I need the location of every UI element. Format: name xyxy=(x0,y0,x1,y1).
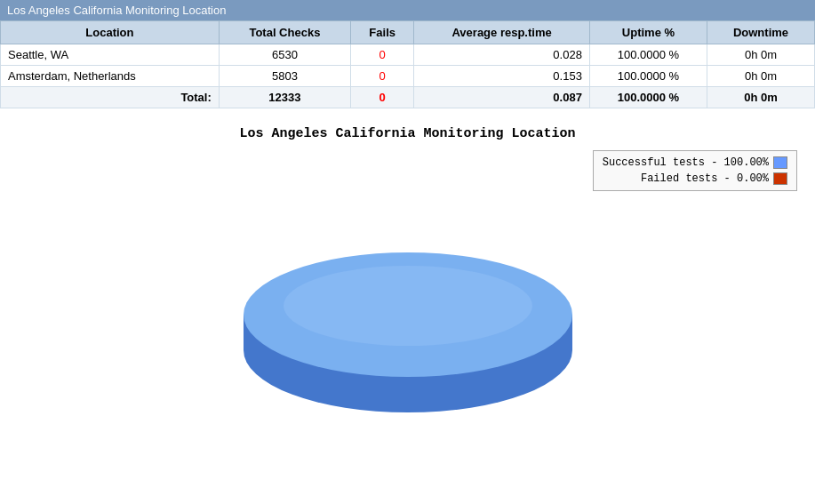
pie-chart xyxy=(217,159,599,428)
col-header-avg-resp: Average resp.time xyxy=(414,21,590,44)
chart-area: Successful tests - 100.00% Failed tests … xyxy=(9,150,806,428)
row-0-avg-resp: 0.028 xyxy=(414,44,590,66)
row-0-uptime: 100.0000 % xyxy=(589,44,707,66)
title-bar: Los Angeles California Monitoring Locati… xyxy=(0,0,815,20)
chart-legend: Successful tests - 100.00% Failed tests … xyxy=(593,150,797,191)
col-header-fails: Fails xyxy=(351,21,414,44)
legend-successful: Successful tests - 100.00% xyxy=(603,156,787,169)
col-header-location: Location xyxy=(1,21,220,44)
col-header-uptime: Uptime % xyxy=(589,21,707,44)
row-1-downtime: 0h 0m xyxy=(707,66,814,87)
total-avg-resp: 0.087 xyxy=(414,87,590,108)
table-row: Amsterdam, Netherlands 5803 0 0.153 100.… xyxy=(1,66,815,87)
table-row-total: Total: 12333 0 0.087 100.0000 % 0h 0m xyxy=(1,87,815,108)
legend-successful-color xyxy=(773,156,787,169)
table-row: Seattle, WA 6530 0 0.028 100.0000 % 0h 0… xyxy=(1,44,815,66)
row-1-location: Amsterdam, Netherlands xyxy=(1,66,220,87)
monitoring-table: Location Total Checks Fails Average resp… xyxy=(0,20,815,108)
legend-successful-label: Successful tests - 100.00% xyxy=(603,156,769,169)
svg-point-3 xyxy=(284,266,532,346)
col-header-total-checks: Total Checks xyxy=(219,21,350,44)
row-1-total-checks: 5803 xyxy=(219,66,350,87)
total-label: Total: xyxy=(1,87,220,108)
legend-failed: Failed tests - 0.00% xyxy=(603,172,787,185)
row-1-avg-resp: 0.153 xyxy=(414,66,590,87)
col-header-downtime: Downtime xyxy=(707,21,814,44)
total-fails: 0 xyxy=(351,87,414,108)
total-uptime: 100.0000 % xyxy=(589,87,707,108)
row-0-total-checks: 6530 xyxy=(219,44,350,66)
legend-failed-color xyxy=(773,172,787,185)
total-checks: 12333 xyxy=(219,87,350,108)
total-downtime: 0h 0m xyxy=(707,87,814,108)
row-0-downtime: 0h 0m xyxy=(707,44,814,66)
chart-title: Los Angeles California Monitoring Locati… xyxy=(239,126,575,141)
chart-section: Los Angeles California Monitoring Locati… xyxy=(0,108,815,437)
legend-failed-label: Failed tests - 0.00% xyxy=(641,172,769,185)
row-1-uptime: 100.0000 % xyxy=(589,66,707,87)
row-0-fails: 0 xyxy=(351,44,414,66)
row-0-location: Seattle, WA xyxy=(1,44,220,66)
row-1-fails: 0 xyxy=(351,66,414,87)
page-title: Los Angeles California Monitoring Locati… xyxy=(7,4,226,17)
